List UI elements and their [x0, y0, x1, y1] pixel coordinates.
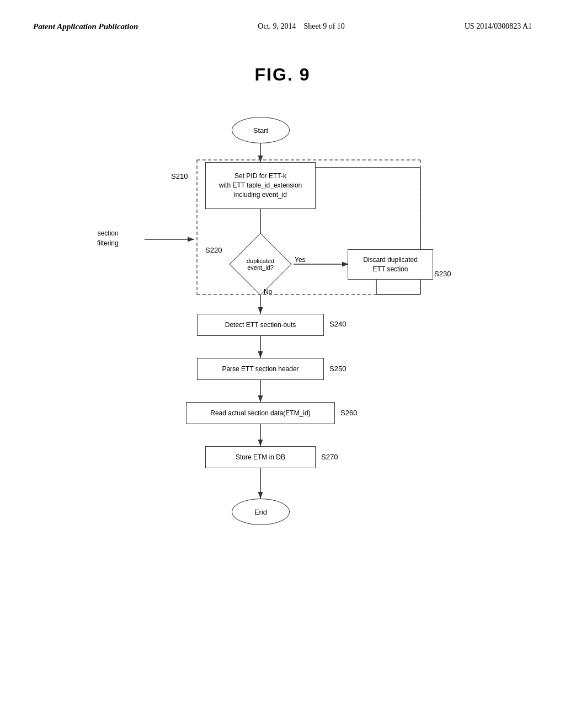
s230-label: S230	[434, 270, 451, 278]
s270-label: S270	[321, 453, 338, 461]
s220-label: S220	[205, 246, 222, 254]
start-node: Start	[232, 117, 290, 143]
page-header: Patent Application Publication Oct. 9, 2…	[33, 22, 532, 31]
s220-node: duplicated event_id?	[234, 242, 287, 286]
s210-node: Set PID for ETT-k with ETT table_id_exte…	[205, 162, 316, 209]
figure-title: FIG. 9	[33, 65, 532, 85]
yes-label: Yes	[295, 256, 306, 264]
date-label: Oct. 9, 2014	[258, 22, 296, 30]
no-label: No	[264, 288, 272, 296]
s260-label: S260	[340, 409, 357, 417]
s240-node: Detect ETT section-outs	[197, 314, 324, 336]
s230-node: Discard duplicated ETT section	[348, 249, 433, 280]
s260-node: Read actual section data(ETM_id)	[186, 402, 335, 424]
section-filtering-label: section filtering	[97, 228, 119, 248]
s250-label: S250	[329, 365, 346, 373]
publication-label: Patent Application Publication	[33, 22, 138, 31]
s240-label: S240	[329, 320, 346, 328]
page: Patent Application Publication Oct. 9, 2…	[0, 0, 565, 728]
date-sheet-label: Oct. 9, 2014 Sheet 9 of 10	[258, 22, 344, 31]
patent-number-label: US 2014/0300823 A1	[465, 22, 532, 31]
s210-label: S210	[171, 172, 188, 180]
s270-node: Store ETM in DB	[205, 446, 316, 468]
end-node: End	[232, 499, 290, 525]
s250-node: Parse ETT section header	[197, 358, 324, 380]
flowchart: Start Set PID for ETT-k with ETT table_i…	[89, 107, 476, 603]
flowchart-container: Start Set PID for ETT-k with ETT table_i…	[33, 107, 532, 603]
sheet-label: Sheet 9 of 10	[304, 22, 345, 30]
